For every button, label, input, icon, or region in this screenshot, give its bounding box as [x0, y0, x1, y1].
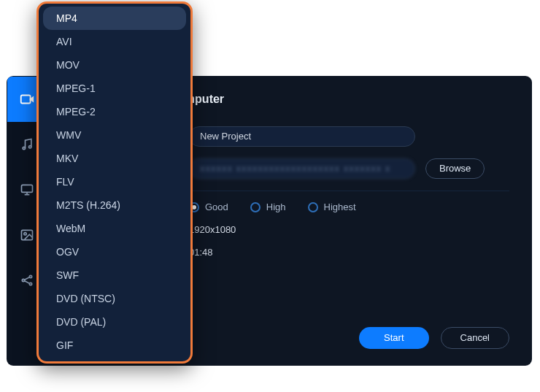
share-icon: [20, 273, 34, 288]
svg-point-2: [29, 146, 31, 148]
svg-rect-0: [21, 96, 31, 104]
image-icon: [20, 228, 34, 242]
save-path-input[interactable]: xxxxxx xxxxxxxxxxxxxxxxxxx xxxxxxx x: [189, 158, 415, 179]
start-button[interactable]: Start: [359, 327, 428, 349]
svg-point-8: [29, 283, 31, 285]
format-option-gif[interactable]: GIF: [43, 334, 186, 357]
browse-button[interactable]: Browse: [425, 158, 485, 179]
radio-label: Good: [205, 201, 228, 212]
radio-icon: [308, 202, 318, 212]
format-option-avi[interactable]: AVI: [43, 30, 186, 53]
format-option-mkv[interactable]: MKV: [43, 147, 186, 170]
quality-radio-high[interactable]: High: [250, 201, 286, 212]
format-dropdown[interactable]: MP4 AVI MOV MPEG-1 MPEG-2 WMV MKV FLV M2…: [36, 1, 193, 364]
music-icon: [20, 137, 34, 152]
quality-radio-good[interactable]: Good: [189, 201, 228, 212]
format-option-dvdpal[interactable]: DVD (PAL): [43, 310, 186, 334]
format-option-mpeg2[interactable]: MPEG-2: [43, 100, 186, 123]
project-name-input[interactable]: New Project: [189, 126, 415, 147]
format-option-webm[interactable]: WebM: [43, 217, 186, 240]
quality-radio-group: Good High Highest: [189, 201, 356, 212]
format-option-dvdntsc[interactable]: DVD (NTSC): [43, 287, 186, 310]
format-option-ogv[interactable]: OGV: [43, 240, 186, 264]
svg-point-6: [22, 279, 24, 281]
svg-point-5: [24, 233, 26, 235]
quality-radio-highest[interactable]: Highest: [308, 201, 356, 212]
format-option-mp4[interactable]: MP4: [43, 7, 186, 30]
video-icon: [19, 91, 35, 107]
resolution-value: 1920x1080: [189, 224, 236, 235]
format-option-mov[interactable]: MOV: [43, 53, 186, 77]
svg-point-7: [29, 275, 31, 277]
radio-label: High: [266, 201, 286, 212]
format-option-m2ts[interactable]: M2TS (H.264): [43, 193, 186, 217]
format-option-flv[interactable]: FLV: [43, 170, 186, 193]
format-option-mpeg1[interactable]: MPEG-1: [43, 77, 186, 100]
format-option-swf[interactable]: SWF: [43, 264, 186, 287]
svg-point-1: [23, 147, 25, 149]
format-option-wmv[interactable]: WMV: [43, 123, 186, 147]
radio-label: Highest: [324, 201, 356, 212]
cancel-button[interactable]: Cancel: [441, 327, 509, 349]
svg-rect-3: [22, 185, 33, 192]
monitor-icon: [20, 182, 34, 197]
radio-icon: [250, 202, 261, 212]
